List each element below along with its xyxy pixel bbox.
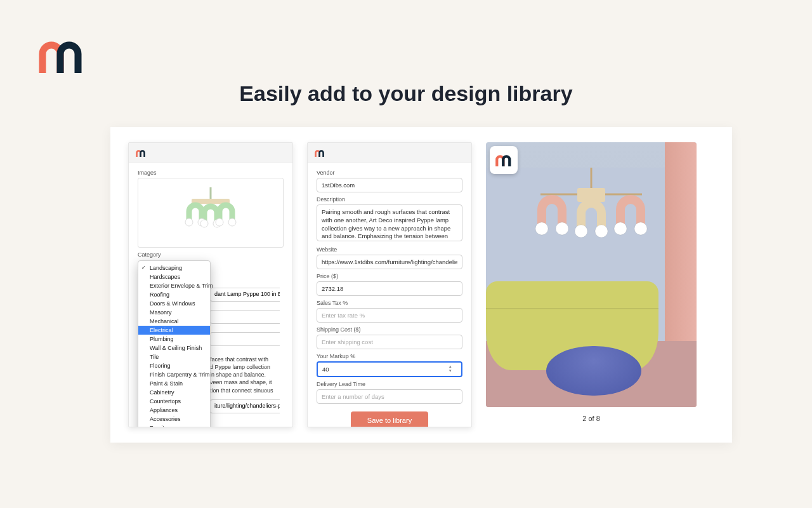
svg-point-14: [595, 225, 608, 237]
option-doors-windows[interactable]: Doors & Windows: [138, 299, 210, 308]
screenshot-stage: Images Category: [110, 127, 732, 443]
description-peek: faces that contrast with d Pyppe lamp co…: [210, 356, 280, 394]
brand-logo-icon: [314, 149, 325, 157]
input-peek-2[interactable]: [210, 310, 280, 324]
svg-point-16: [634, 222, 647, 235]
option-roofing[interactable]: Roofing: [138, 290, 210, 299]
product-image-thumb[interactable]: [138, 178, 284, 248]
svg-point-12: [556, 222, 568, 235]
product-image-column: 2 of 8: [486, 142, 697, 427]
option-finish-carpentry[interactable]: Finish Carpentry & Trim: [138, 370, 210, 379]
option-plumbing[interactable]: Plumbing: [138, 335, 210, 344]
svg-point-4: [200, 220, 208, 227]
vendor-label: Vendor: [317, 170, 462, 176]
option-hardscapes[interactable]: Hardscapes: [138, 272, 210, 281]
website-input[interactable]: [317, 255, 462, 269]
salestax-input[interactable]: [317, 308, 462, 323]
chandelier-graphic: [521, 168, 661, 253]
svg-point-2: [185, 218, 193, 226]
description-textarea[interactable]: [317, 204, 462, 241]
option-cabinetry[interactable]: Cabinetry: [138, 388, 210, 397]
svg-point-13: [575, 225, 587, 237]
option-paint-stain[interactable]: Paint & Stain: [138, 379, 210, 388]
brand-logo-icon: [135, 149, 147, 157]
category-dropdown[interactable]: Landscaping Hardscapes Exterior Envelope…: [138, 260, 211, 427]
chandelier-thumb-icon: [173, 187, 249, 238]
svg-point-6: [216, 218, 223, 226]
form-panel-images: Images Category: [128, 142, 293, 427]
option-exterior[interactable]: Exterior Envelope & Trim: [138, 281, 210, 290]
brand-badge: [490, 146, 518, 174]
option-furniture[interactable]: Furniture: [138, 424, 210, 427]
panel-header: [308, 143, 471, 163]
price-label: Price ($): [317, 273, 462, 279]
option-electrical[interactable]: Electrical: [138, 326, 210, 335]
option-flooring[interactable]: Flooring: [138, 361, 210, 370]
website-label: Website: [317, 246, 462, 253]
image-pager: 2 of 8: [582, 415, 600, 422]
option-masonry[interactable]: Masonry: [138, 308, 210, 317]
svg-point-15: [614, 222, 627, 235]
option-tile[interactable]: Tile: [138, 352, 210, 361]
form-panel-details: Vendor Description Website Price ($) Sal…: [307, 142, 472, 427]
markup-label: Your Markup %: [317, 353, 462, 359]
svg-point-11: [535, 222, 548, 235]
page-title: Easily add to your design library: [0, 81, 812, 106]
name-input-peek[interactable]: dant Lamp Pyppe 100 in Br: [210, 288, 280, 302]
svg-point-7: [228, 218, 236, 226]
brand-logo: [35, 35, 88, 78]
option-accessories[interactable]: Accessories: [138, 415, 210, 424]
category-label: Category: [138, 251, 284, 258]
option-countertops[interactable]: Countertops: [138, 397, 210, 406]
option-landscaping[interactable]: Landscaping: [138, 264, 210, 272]
shipping-label: Shipping Cost ($): [317, 326, 462, 333]
stepper-icon[interactable]: ▴▾: [447, 364, 454, 373]
product-hero-image: [486, 142, 697, 407]
description-label: Description: [317, 196, 462, 203]
markup-input[interactable]: [317, 361, 462, 377]
salestax-label: Sales Tax %: [317, 300, 462, 306]
leadtime-label: Delivery Lead Time: [317, 381, 462, 387]
images-label: Images: [138, 170, 284, 176]
url-input-peek[interactable]: iture/lighting/chandeliers-pe: [210, 399, 280, 413]
option-mechanical[interactable]: Mechanical: [138, 317, 210, 326]
panel-header: [129, 143, 292, 163]
input-peek-3[interactable]: [210, 332, 280, 346]
option-wall-ceiling[interactable]: Wall & Ceiling Finish: [138, 344, 210, 352]
save-button[interactable]: Save to library: [351, 411, 428, 427]
leadtime-input[interactable]: [317, 389, 462, 404]
shipping-input[interactable]: [317, 335, 462, 349]
vendor-input[interactable]: [317, 178, 462, 192]
option-appliances[interactable]: Appliances: [138, 406, 210, 415]
ottoman-graphic: [546, 346, 641, 396]
price-input[interactable]: [317, 281, 462, 296]
